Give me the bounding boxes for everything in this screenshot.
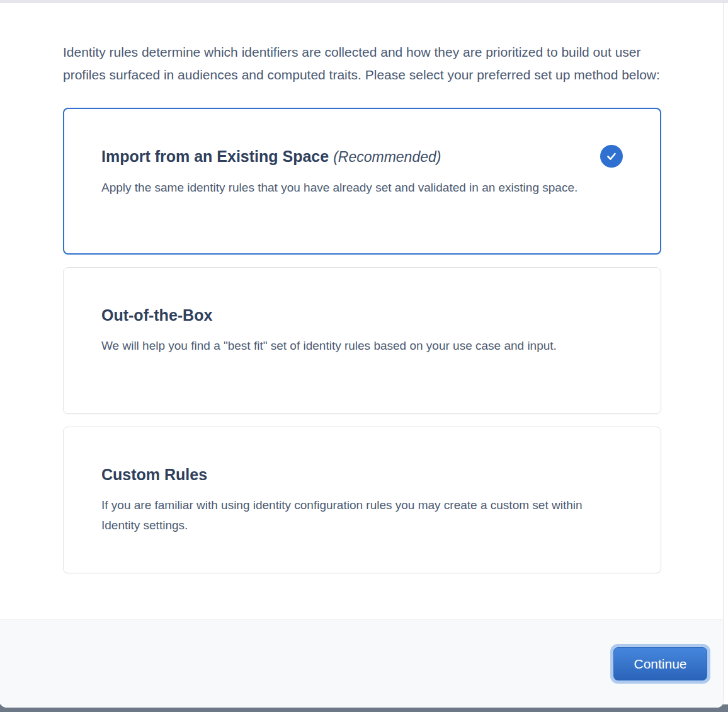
card-title-text: Custom Rules [101,466,207,483]
card-description: If you are familiar with using identity … [101,495,623,536]
card-header: Out-of-the-Box [101,304,623,326]
card-title-text: Import from an Existing Space [101,147,329,165]
option-card-custom-rules[interactable]: Custom Rules If you are familiar with us… [63,427,661,573]
modal-footer: Continue [0,619,723,708]
option-card-import-existing-space[interactable]: Import from an Existing Space (Recommend… [63,108,661,255]
option-card-out-of-the-box[interactable]: Out-of-the-Box We will help you find a "… [63,267,661,414]
card-title: Import from an Existing Space (Recommend… [101,146,441,168]
identity-rules-setup-modal: Identity rules determine which identifie… [0,3,724,708]
card-title: Out-of-the-Box [101,304,212,326]
page-background: Identity rules determine which identifie… [0,0,728,712]
intro-text: Identity rules determine which identifie… [63,41,661,86]
card-header: Custom Rules [101,464,623,485]
modal-content: Identity rules determine which identifie… [0,3,723,619]
continue-button[interactable]: Continue [613,647,707,680]
check-icon [600,145,623,168]
card-title: Custom Rules [101,464,207,485]
card-header: Import from an Existing Space (Recommend… [101,145,623,168]
card-title-text: Out-of-the-Box [101,306,212,324]
card-description: Apply the same identity rules that you h… [101,178,623,198]
card-description: We will help you find a "best fit" set o… [101,336,623,356]
recommended-badge: (Recommended) [333,149,441,165]
